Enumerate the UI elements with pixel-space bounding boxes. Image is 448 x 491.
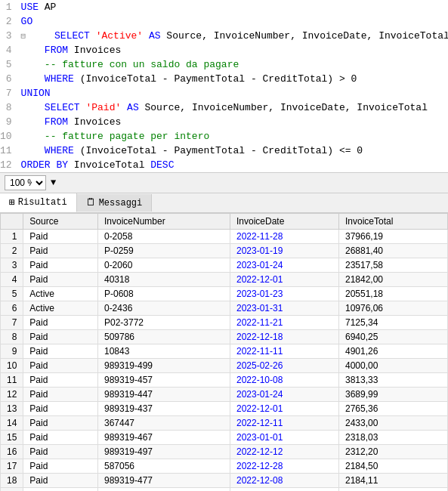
table-row: 15Paid989319-4672023-01-012318,03 bbox=[1, 431, 448, 445]
line-number: 9 bbox=[0, 115, 18, 129]
invoice-date-cell: 2022-11-21 bbox=[230, 316, 338, 330]
row-number: 17 bbox=[1, 459, 23, 474]
line-number: 7 bbox=[0, 86, 18, 100]
invoice-number-cell: 989319-467 bbox=[97, 431, 230, 445]
table-row: 9Paid108432022-11-114901,26 bbox=[1, 344, 448, 359]
source-cell: Paid bbox=[23, 459, 98, 474]
invoice-number-cell: 509786 bbox=[97, 330, 230, 344]
source-cell: Paid bbox=[23, 230, 98, 244]
line-number: 10 bbox=[0, 129, 18, 144]
table-row: 5ActiveP-06082023-01-2320551,18 bbox=[1, 287, 448, 301]
code-line: 12ORDER BY InvoiceTotal DESC bbox=[0, 158, 448, 172]
line-code: -- fatture pagate per intero bbox=[18, 129, 448, 144]
source-cell: Paid bbox=[23, 416, 98, 431]
grid-icon: ⊞ bbox=[9, 196, 15, 208]
code-line: 4 FROM Invoices bbox=[0, 43, 448, 57]
line-code: UNION bbox=[18, 86, 448, 100]
comment: -- fatture pagate per intero bbox=[45, 131, 209, 142]
line-code: WHERE (InvoiceTotal - PaymentTotal - Cre… bbox=[18, 144, 448, 158]
table-row: 13Paid989319-4372022-12-012765,36 bbox=[1, 402, 448, 416]
row-number: 3 bbox=[1, 258, 23, 273]
row-number: 11 bbox=[1, 373, 23, 388]
code-line: 9 FROM Invoices bbox=[0, 115, 448, 129]
invoice-total-cell: 2184,50 bbox=[338, 459, 447, 474]
line-number: 12 bbox=[0, 158, 18, 172]
table-row: 10Paid989319-4992025-02-264000,00 bbox=[1, 359, 448, 373]
code-text bbox=[21, 145, 45, 156]
row-number: 5 bbox=[1, 287, 23, 301]
invoice-total-cell: 7125,34 bbox=[338, 316, 447, 330]
collapse-icon: ⊟ bbox=[21, 32, 31, 41]
code-line: 10 -- fatture pagate per intero bbox=[0, 129, 448, 144]
tab-risultati[interactable]: ⊞ Risultati bbox=[0, 193, 77, 212]
line-number: 3 bbox=[0, 29, 18, 43]
invoice-number-cell: P02-3772 bbox=[97, 316, 230, 330]
invoice-total-cell: 37966,19 bbox=[338, 230, 447, 244]
invoice-date-cell: 2022-12-12 bbox=[230, 445, 338, 459]
invoice-total-cell: 10976,06 bbox=[338, 301, 447, 316]
code-text bbox=[21, 102, 45, 113]
tabs-bar: ⊞ Risultati 🗒 Messaggi bbox=[0, 193, 448, 213]
row-number: 14 bbox=[1, 416, 23, 431]
table-row: 1Paid0-20582022-11-2837966,19 bbox=[1, 230, 448, 244]
invoice-number-cell: 0-2436 bbox=[97, 301, 230, 316]
invoice-number-cell: P-0259 bbox=[97, 244, 230, 258]
code-text bbox=[143, 30, 149, 42]
code-line: 5 -- fatture con un saldo da pagare bbox=[0, 57, 448, 72]
keyword: SELECT bbox=[45, 102, 80, 113]
table-row: 11Paid989319-4572022-10-083813,33 bbox=[1, 373, 448, 388]
toolbar: 100 % ▼ bbox=[0, 173, 448, 193]
row-number: 13 bbox=[1, 402, 23, 416]
keyword: UNION bbox=[21, 88, 51, 99]
invoice-date-cell: 2022-12-18 bbox=[230, 330, 338, 344]
line-code: SELECT 'Paid' AS Source, InvoiceNumber, … bbox=[18, 100, 448, 115]
table-row: 18Paid989319-4772022-12-082184,11 bbox=[1, 474, 448, 488]
source-cell: Paid bbox=[23, 273, 98, 287]
source-cell: Paid bbox=[23, 445, 98, 459]
invoice-number-cell: 0-2058 bbox=[97, 230, 230, 244]
line-code: USE AP bbox=[18, 0, 448, 14]
code-text bbox=[121, 102, 127, 113]
invoice-total-cell: 2433,00 bbox=[338, 416, 447, 431]
invoice-number-cell: 989319-457 bbox=[97, 373, 230, 388]
invoice-total-cell: 4000,00 bbox=[338, 359, 447, 373]
keyword: FROM bbox=[45, 116, 68, 128]
keyword: GO bbox=[21, 16, 33, 27]
string-literal: 'Active' bbox=[96, 30, 143, 42]
table-row: 16Paid989319-4972022-12-122312,20 bbox=[1, 445, 448, 459]
invoice-total-cell: 20551,18 bbox=[338, 287, 447, 301]
results-header-row: SourceInvoiceNumberInvoiceDateInvoiceTot… bbox=[1, 214, 448, 230]
code-text: (InvoiceTotal - PaymentTotal - CreditTot… bbox=[74, 145, 363, 156]
line-code: FROM Invoices bbox=[18, 43, 448, 57]
row-number: 1 bbox=[1, 230, 23, 244]
invoice-number-cell: 989319-497 bbox=[97, 445, 230, 459]
row-number: 12 bbox=[1, 388, 23, 402]
source-cell: Active bbox=[23, 301, 98, 316]
column-header: InvoiceNumber bbox=[97, 214, 230, 230]
invoice-date-cell: 2022-12-01 bbox=[230, 402, 338, 416]
row-number: 16 bbox=[1, 445, 23, 459]
line-number: 5 bbox=[0, 57, 18, 72]
table-row: 6Active0-24362023-01-3110976,06 bbox=[1, 301, 448, 316]
keyword: WHERE bbox=[45, 73, 74, 85]
comment: -- fatture con un saldo da pagare bbox=[45, 59, 239, 70]
tab-messaggi[interactable]: 🗒 Messaggi bbox=[77, 194, 153, 212]
invoice-date-cell: 2022-12-01 bbox=[230, 273, 338, 287]
keyword: FROM bbox=[45, 45, 68, 56]
code-text: InvoiceTotal bbox=[68, 159, 150, 171]
zoom-select[interactable]: 100 % bbox=[5, 175, 46, 190]
row-number: 7 bbox=[1, 316, 23, 330]
invoice-date-cell: 2023-01-31 bbox=[230, 301, 338, 316]
code-text: Source, InvoiceNumber, InvoiceDate, Invo… bbox=[161, 30, 448, 42]
keyword: USE bbox=[21, 2, 39, 13]
code-table: 1USE AP2GO3⊟ SELECT 'Active' AS Source, … bbox=[0, 0, 448, 172]
invoice-date-cell: 2025-02-26 bbox=[230, 359, 338, 373]
code-editor[interactable]: 1USE AP2GO3⊟ SELECT 'Active' AS Source, … bbox=[0, 0, 448, 173]
code-line: 2GO bbox=[0, 14, 448, 29]
results-area[interactable]: SourceInvoiceNumberInvoiceDateInvoiceTot… bbox=[0, 213, 448, 491]
source-cell: Paid bbox=[23, 244, 98, 258]
tab-messaggi-label: Messaggi bbox=[99, 198, 143, 208]
line-code: GO bbox=[18, 14, 448, 29]
invoice-date-cell: 2023-01-24 bbox=[230, 388, 338, 402]
invoice-date-cell: 2022-12-16 bbox=[230, 488, 338, 492]
